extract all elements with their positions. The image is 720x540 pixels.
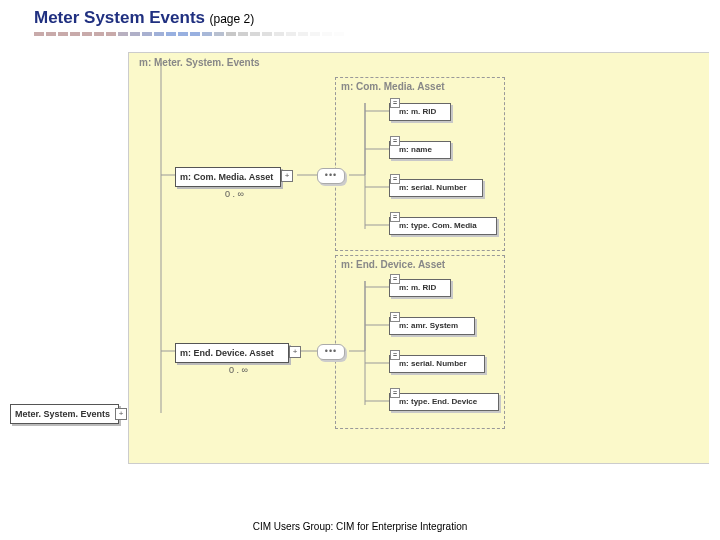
- occurrence-label: 0 . ∞: [229, 365, 248, 375]
- attr-mrid2: m: m. RID: [389, 279, 451, 297]
- group1-header: m: Com. Media. Asset: [341, 81, 445, 92]
- sequence-icon: •••: [317, 168, 345, 184]
- attr-serial-number: m: serial. Number: [389, 179, 483, 197]
- expand-handle-icon: +: [289, 346, 301, 358]
- occurrence-label: 0 . ∞: [225, 189, 244, 199]
- title-underline: [34, 32, 394, 36]
- root-element-box: Meter. System. Events: [10, 404, 119, 424]
- attr-mrid: m: m. RID: [389, 103, 451, 121]
- node-end-device-asset: m: End. Device. Asset: [175, 343, 289, 363]
- attr-name: m: name: [389, 141, 451, 159]
- attr-serial-number2: m: serial. Number: [389, 355, 485, 373]
- schema-root-label: m: Meter. System. Events: [139, 57, 260, 68]
- sequence-icon: •••: [317, 344, 345, 360]
- group2-header: m: End. Device. Asset: [341, 259, 445, 270]
- expand-handle-icon: +: [281, 170, 293, 182]
- attr-amr-system: m: amr. System: [389, 317, 475, 335]
- node-com-media-asset: m: Com. Media. Asset: [175, 167, 281, 187]
- schema-canvas: m: Meter. System. Events m: Com. Media. …: [128, 52, 709, 464]
- page-number: (page 2): [209, 12, 254, 26]
- header: Meter System Events (page 2): [0, 0, 720, 34]
- footer-text: CIM Users Group: CIM for Enterprise Inte…: [0, 521, 720, 532]
- page-title: Meter System Events: [34, 8, 205, 27]
- expand-handle-icon: +: [115, 408, 127, 420]
- attr-type-end-device: m: type. End. Device: [389, 393, 499, 411]
- attr-type-com-media: m: type. Com. Media: [389, 217, 497, 235]
